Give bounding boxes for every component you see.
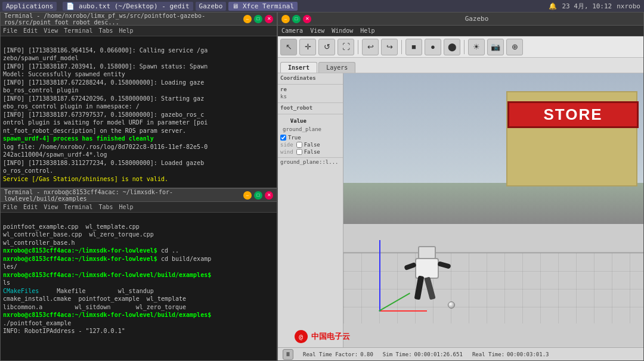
taskbar-applications[interactable]: Applications	[2, 2, 57, 11]
sidebar-false-wind-label: False	[304, 149, 320, 155]
toolbar-sep-3	[464, 40, 465, 54]
robot-model	[403, 246, 451, 306]
axis-y	[379, 240, 380, 312]
scene-floor	[343, 252, 643, 323]
store-building: STORE	[506, 91, 637, 186]
sidebar-coordinates-section: Coordinates	[278, 73, 343, 85]
gazebo-box-tool[interactable]: ■	[405, 39, 422, 55]
terminal-bottom-minimize-button[interactable]: –	[243, 191, 252, 200]
gazebo-viewport[interactable]: STORE	[343, 73, 643, 347]
sidebar-foot-robot-section: foot_robot	[278, 103, 343, 114]
terminal-top-titlebar: Terminal - /home/nxrobo/limx_pf_ws/src/p…	[1, 13, 277, 26]
robot-leg-right	[424, 276, 435, 300]
gazebo-menu-camera[interactable]: Camera	[281, 27, 303, 34]
gazebo-translate-tool[interactable]: ✛	[299, 39, 316, 55]
terminal-top-menu-file[interactable]: File	[3, 27, 17, 34]
sidebar-coordinates-header: Coordinates	[280, 75, 340, 81]
terminal-top: Terminal - /home/nxrobo/limx_pf_ws/src/p…	[0, 12, 277, 188]
gazebo-window: – □ ✕ Gazebo Camera View Window Help ↖ ✛…	[277, 12, 644, 361]
terminal-bottom-menu-edit[interactable]: Edit	[23, 204, 38, 210]
realtime-factor-label: Real Time Factor:	[303, 351, 358, 357]
robot-arm-right	[437, 261, 451, 269]
toolbar-sep-1	[358, 40, 358, 54]
sidebar-true-checkbox[interactable]	[280, 135, 286, 141]
gazebo-minimize-button[interactable]: –	[281, 15, 290, 23]
gazebo-titlebar: – □ ✕ Gazebo	[278, 13, 643, 26]
sidebar-ground-plane-item[interactable]: ground_plane::l...	[278, 158, 343, 166]
gazebo-maximize-button[interactable]: □	[292, 15, 301, 23]
terminal-bottom: Terminal - nxrobo@c8153cff4acac: ~/limxs…	[0, 188, 277, 361]
gazebo-cylinder-tool[interactable]: ⬤	[444, 39, 460, 55]
terminal-bottom-menu-file[interactable]: File	[3, 204, 17, 210]
gazebo-scale-tool[interactable]: ⛶	[338, 39, 354, 55]
taskbar-gazebo-window[interactable]: Gazebo	[196, 2, 227, 11]
gazebo-close-button[interactable]: ✕	[303, 15, 311, 23]
sidebar-false-side-checkbox[interactable]	[296, 142, 302, 148]
gazebo-menu-help[interactable]: Help	[360, 27, 374, 34]
axis-x	[379, 310, 427, 312]
gazebo-camera-tool[interactable]: 📷	[487, 39, 504, 55]
real-time-label: Real Time:	[472, 351, 504, 357]
terminal-bottom-close-button[interactable]: ✕	[265, 191, 273, 200]
sim-time-value: 00:00:01:26.651	[414, 351, 463, 357]
sidebar-true-checkbox-row: True	[280, 134, 340, 141]
left-panel: Terminal - /home/nxrobo/limx_pf_ws/src/p…	[0, 12, 277, 361]
terminal-icon: 🖥	[232, 2, 243, 10]
terminal-top-content[interactable]: [INFO] [1713838186.964154, 0.066000]: Ca…	[1, 36, 277, 188]
gazebo-rotate-tool[interactable]: ↺	[318, 39, 335, 55]
terminal-bottom-menu-terminal[interactable]: Terminal	[64, 204, 92, 210]
terminal-bottom-title: Terminal - nxrobo@c8153cff4acac: ~/limxs…	[4, 189, 241, 202]
real-time-value: 00:00:03:01.3	[507, 351, 549, 357]
terminal-top-menu-tabs[interactable]: Tabs	[98, 27, 113, 34]
taskbar-gedit-window[interactable]: 📄 aubo.txt (~/Desktop) - gedit	[63, 2, 193, 11]
ball-object	[448, 301, 455, 309]
terminal-top-menu-help[interactable]: Help	[119, 27, 134, 34]
gazebo-statusbar: ⏸ Real Time Factor: 0.80 Sim Time: 00:00…	[278, 347, 643, 360]
main-content: Terminal - /home/nxrobo/limx_pf_ws/src/p…	[0, 12, 644, 361]
terminal-bottom-content[interactable]: pointfoot_example.cpp wl_template.cpp wl…	[1, 213, 277, 360]
gazebo-play-pause-button[interactable]: ⏸	[283, 349, 293, 360]
sidebar-false-wind-checkbox[interactable]	[296, 149, 302, 155]
gazebo-sphere-tool[interactable]: ●	[425, 39, 441, 55]
gazebo-sim-time: Sim Time: 00:00:01:26.651	[383, 351, 463, 357]
terminal-bottom-menu-tabs[interactable]: Tabs	[98, 204, 113, 210]
terminal-bottom-menu-help[interactable]: Help	[119, 204, 134, 210]
terminal-top-menu-terminal[interactable]: Terminal	[64, 27, 92, 34]
gedit-icon: 📄	[66, 2, 79, 10]
robot-leg-left	[414, 275, 425, 300]
sidebar-true-label: True	[288, 135, 301, 141]
terminal-bottom-menu-view[interactable]: View	[44, 204, 58, 210]
gazebo-real-time: Real Time: 00:00:03:01.3	[472, 351, 549, 357]
taskbar: Applications 📄 aubo.txt (~/Desktop) - ge…	[0, 0, 644, 12]
sidebar-world-section: re ks	[278, 85, 343, 103]
sidebar-false-side-label: False	[304, 142, 320, 148]
sidebar-ground-plane-label: ground_plane	[281, 126, 339, 133]
sim-time-label: Sim Time:	[383, 351, 412, 357]
sidebar-ground-plane-row: ground_plane	[281, 126, 339, 133]
toolbar-sep-2	[401, 40, 402, 54]
gazebo-redo-button[interactable]: ↪	[381, 39, 398, 55]
sidebar-false-side-row: side False	[280, 141, 340, 148]
terminal-top-menu-edit[interactable]: Edit	[23, 27, 38, 34]
terminal-top-minimize-button[interactable]: –	[243, 15, 252, 23]
gazebo-menu-window[interactable]: Window	[332, 27, 353, 34]
store-sign: STORE	[507, 101, 639, 128]
terminal-bottom-maximize-button[interactable]: □	[254, 191, 262, 200]
taskbar-bell-icon: 🔔	[549, 2, 557, 10]
gazebo-select-tool[interactable]: ↖	[280, 39, 297, 55]
gazebo-tab-insert[interactable]: Insert	[280, 62, 317, 73]
terminal-top-close-button[interactable]: ✕	[265, 15, 273, 23]
sidebar-properties-section: Value ground_plane True side False	[278, 114, 343, 158]
gazebo-tab-layers[interactable]: Layers	[318, 62, 355, 73]
taskbar-terminal-window[interactable]: 🖥 Xfce Terminal	[228, 2, 298, 11]
terminal-top-menu-view[interactable]: View	[44, 27, 58, 34]
terminal-bottom-menubar: File Edit View Terminal Tabs Help	[1, 202, 277, 213]
gazebo-tabs: Insert Layers	[278, 58, 643, 73]
gazebo-points-tool[interactable]: ⊕	[506, 39, 523, 55]
terminal-top-maximize-button[interactable]: □	[254, 15, 262, 23]
gazebo-undo-button[interactable]: ↩	[362, 39, 379, 55]
gazebo-toolbar: ↖ ✛ ↺ ⛶ ↩ ↪ ■ ● ⬤ ☀ 📷 ⊕	[278, 36, 643, 58]
gazebo-light-tool[interactable]: ☀	[468, 39, 485, 55]
terminal-top-menubar: File Edit View Terminal Tabs Help	[1, 26, 277, 36]
gazebo-menu-view[interactable]: View	[310, 27, 324, 34]
